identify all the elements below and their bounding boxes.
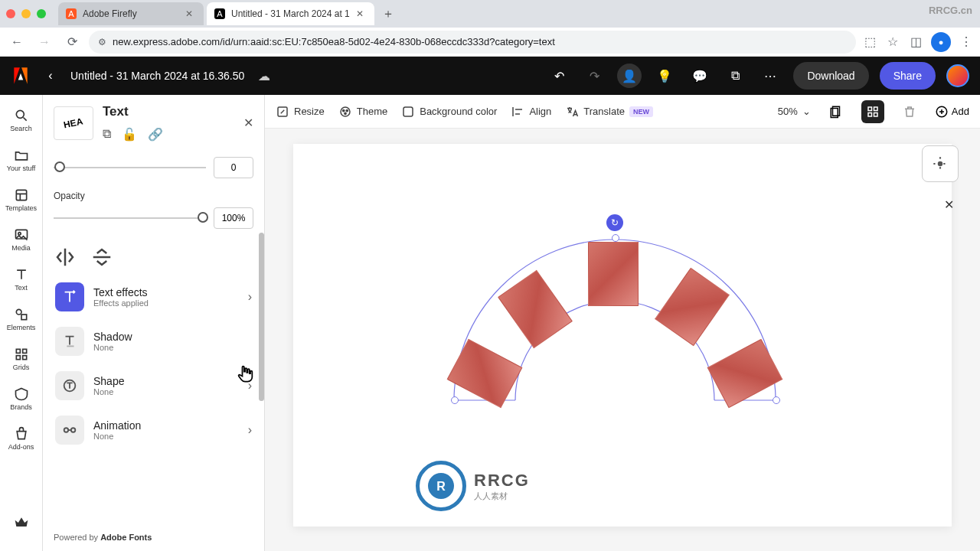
- canvas-page[interactable]: ↻: [293, 144, 952, 527]
- slider-handle[interactable]: [54, 161, 65, 172]
- bgcolor-button[interactable]: Background color: [401, 105, 497, 119]
- align-button[interactable]: Align: [511, 105, 551, 119]
- effect-sub: None: [93, 432, 141, 441]
- rail-label: Text: [15, 284, 28, 292]
- panel-title: Text: [103, 104, 234, 119]
- new-tab-button[interactable]: ＋: [377, 3, 399, 24]
- rail-templates[interactable]: Templates: [3, 181, 40, 219]
- trash-icon: [903, 105, 916, 119]
- delete-button[interactable]: [898, 100, 921, 123]
- page-view-button[interactable]: [825, 100, 848, 123]
- profile-avatar[interactable]: ●: [931, 32, 951, 52]
- rail-text[interactable]: Text: [3, 260, 40, 298]
- panel-close-button[interactable]: ✕: [243, 116, 253, 130]
- effect-text-effects[interactable]: Text effects Effects applied ›: [51, 275, 256, 319]
- flip-vertical-icon[interactable]: [90, 246, 113, 264]
- close-tab-icon[interactable]: ✕: [356, 8, 367, 19]
- maximize-window-icon[interactable]: [37, 9, 46, 18]
- selection-handle[interactable]: [773, 396, 780, 404]
- nav-reload-icon[interactable]: ⟳: [61, 31, 83, 53]
- templates-icon: [14, 187, 29, 203]
- watermark-main: RRCG: [474, 471, 530, 491]
- slider-value-input[interactable]: [214, 157, 253, 178]
- resize-button[interactable]: Resize: [276, 105, 325, 119]
- selection-handle[interactable]: [451, 396, 459, 404]
- share-button[interactable]: Share: [880, 62, 936, 90]
- svg-point-3: [18, 233, 20, 235]
- effect-shape[interactable]: Shape None ›: [51, 364, 256, 408]
- help-button[interactable]: 💡: [652, 64, 677, 88]
- opacity-slider-track[interactable]: [54, 217, 206, 219]
- theme-icon: [338, 105, 352, 119]
- slider-track[interactable]: [54, 167, 206, 168]
- canvas-toolbar: Resize Theme Background color Align Tran…: [265, 95, 980, 129]
- effect-name: Shadow: [93, 331, 132, 343]
- minimize-window-icon[interactable]: [21, 9, 31, 18]
- chevron-down-icon: ⌄: [802, 106, 811, 117]
- translate-button[interactable]: Translate NEW: [565, 105, 653, 119]
- lock-icon[interactable]: 🔓: [122, 127, 137, 142]
- cloud-sync-icon[interactable]: ☁: [258, 69, 270, 83]
- watermark-corner: RRCG.cn: [929, 5, 972, 16]
- effect-sub: None: [93, 387, 124, 396]
- zoom-dropdown[interactable]: 50% ⌄: [778, 106, 811, 117]
- opacity-slider-handle[interactable]: [198, 212, 208, 223]
- nav-forward-icon[interactable]: →: [34, 31, 55, 53]
- duplicate-icon[interactable]: ⧉: [103, 127, 111, 142]
- close-window-icon[interactable]: [6, 9, 15, 18]
- opacity-value-input[interactable]: [214, 207, 253, 229]
- add-page-button[interactable]: Add: [935, 105, 969, 119]
- rail-grids[interactable]: Grids: [3, 340, 40, 378]
- undo-button[interactable]: ↶: [547, 64, 571, 88]
- rail-more[interactable]: [3, 504, 40, 542]
- invite-button[interactable]: 👤: [617, 64, 642, 88]
- canvas-area[interactable]: ↻: [265, 129, 980, 551]
- browser-tab-express[interactable]: A Untitled - 31 March 2024 at 1 ✕: [207, 2, 374, 25]
- effect-animation[interactable]: Animation None ›: [51, 408, 256, 452]
- rail-label: Elements: [7, 324, 36, 331]
- grid-icon: [866, 105, 880, 119]
- sidepanel-icon[interactable]: ◫: [908, 34, 923, 50]
- rail-brands[interactable]: Brands: [3, 380, 40, 418]
- close-tab-icon[interactable]: ✕: [185, 8, 196, 19]
- rail-label: Add-ons: [8, 443, 34, 451]
- rail-search[interactable]: Search: [3, 101, 40, 139]
- site-info-icon[interactable]: ⚙: [98, 37, 106, 47]
- floating-action-button[interactable]: [922, 145, 959, 182]
- theme-button[interactable]: Theme: [338, 105, 387, 119]
- user-avatar[interactable]: [946, 64, 969, 87]
- close-floating-button[interactable]: ✕: [944, 197, 954, 212]
- adobe-express-logo[interactable]: [11, 66, 31, 86]
- watermark-sub: 人人素材: [474, 491, 530, 502]
- nav-back-icon[interactable]: ←: [6, 31, 28, 53]
- document-title[interactable]: Untitled - 31 March 2024 at 16.36.50: [70, 70, 244, 82]
- bookmark-icon[interactable]: ☆: [885, 34, 900, 50]
- present-button[interactable]: ⧉: [723, 64, 747, 88]
- rail-addons[interactable]: Add-ons: [3, 419, 40, 458]
- watermark-logo: R RRCG 人人素材: [416, 461, 530, 511]
- download-button[interactable]: Download: [793, 62, 868, 90]
- grid-view-button[interactable]: [861, 100, 884, 123]
- browser-menu-icon[interactable]: ⋮: [959, 34, 974, 50]
- link-icon[interactable]: 🔗: [148, 127, 163, 142]
- window-controls[interactable]: [6, 9, 46, 18]
- address-bar[interactable]: ⚙ new.express.adobe.com/id/urn:aaid:sc:E…: [89, 31, 856, 54]
- flip-horizontal-icon[interactable]: [54, 246, 77, 264]
- tab-label: Adobe Firefly: [83, 8, 179, 19]
- more-menu-button[interactable]: ⋯: [758, 64, 782, 88]
- footer-link[interactable]: Adobe Fonts: [100, 533, 152, 542]
- browser-tab-firefly[interactable]: A Adobe Firefly ✕: [58, 2, 204, 25]
- selection-handle[interactable]: [612, 234, 619, 242]
- panel-scrollbar[interactable]: [259, 233, 264, 401]
- redo-button[interactable]: ↷: [582, 64, 606, 88]
- rail-media[interactable]: Media: [3, 220, 40, 259]
- back-button[interactable]: ‹: [41, 67, 60, 85]
- selected-text-object[interactable]: ↻: [446, 228, 783, 427]
- svg-point-12: [71, 428, 76, 432]
- rail-your-stuff[interactable]: Your stuff: [3, 141, 40, 179]
- comments-button[interactable]: 💬: [688, 64, 712, 88]
- effects-list: Text effects Effects applied › Shadow No…: [43, 275, 264, 452]
- install-app-icon[interactable]: ⬚: [862, 34, 877, 50]
- rail-elements[interactable]: Elements: [3, 300, 40, 338]
- effect-shadow[interactable]: Shadow None: [51, 319, 256, 364]
